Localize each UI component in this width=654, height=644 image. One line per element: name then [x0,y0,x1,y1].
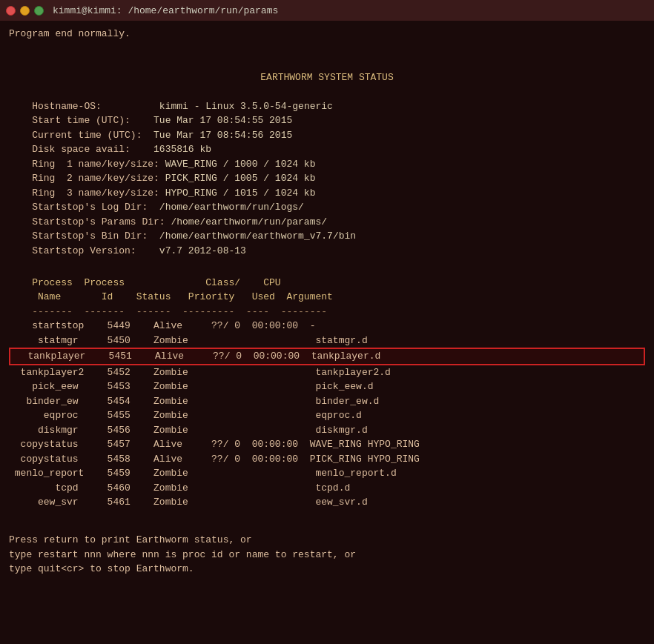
info-section: Hostname-OS: kimmi - Linux 3.5.0-54-gene… [9,99,645,259]
info-ring3: Ring 3 name/key/size: HYPO_RING / 1015 /… [9,186,645,201]
info-hostname: Hostname-OS: kimmi - Linux 3.5.0-54-gene… [9,99,645,114]
table-row: diskmgr 5456 Zombie diskmgr.d [9,423,645,438]
table-row: copystatus 5458 Alive ??/ 0 00:00:00 PIC… [9,452,645,467]
footer-section: Press return to print Earthworm status, … [9,519,645,577]
table-header-1: Process Process Class/ CPU [9,276,645,291]
table-row: tankplayer2 5452 Zombie tankplayer2.d [9,365,645,380]
info-disk-space: Disk space avail: 1635816 kb [9,142,645,157]
table-row: statmgr 5450 Zombie statmgr.d [9,333,645,348]
table-row: pick_eew 5453 Zombie pick_eew.d [9,379,645,394]
first-line: Program end normally. [9,27,645,42]
table-row: eew_svr 5461 Zombie eew_svr.d [9,495,645,510]
terminal-body: Program end normally. EARTHWORM SYSTEM S… [0,21,654,585]
footer-line-1: Press return to print Earthworm status, … [9,533,645,548]
highlighted-row-container: tankplayer 5451 Alive ??/ 0 00:00:00 tan… [9,348,645,365]
table-row: binder_ew 5454 Zombie binder_ew.d [9,394,645,409]
info-ring1: Ring 1 name/key/size: WAVE_RING / 1000 /… [9,157,645,172]
footer-line-0 [9,519,645,534]
window-title: kimmi@kimmi: /home/earthworm/run/params [53,5,278,16]
info-log-dir: Startstop's Log Dir: /home/earthworm/run… [9,200,645,215]
table-row: copystatus 5457 Alive ??/ 0 00:00:00 WAV… [9,437,645,452]
table-row: menlo_report 5459 Zombie menlo_report.d [9,466,645,481]
footer-line-3: type quit<cr> to stop Earthworm. [9,562,645,577]
info-current-time: Current time (UTC): Tue Mar 17 08:54:56 … [9,128,645,143]
info-start-time: Start time (UTC): Tue Mar 17 08:54:55 20… [9,113,645,128]
info-bin-dir: Startstop's Bin Dir: /home/earthworm/ear… [9,229,645,244]
table-row-tankplayer: tankplayer 5451 Alive ??/ 0 00:00:00 tan… [9,348,645,365]
footer-line-2: type restart nnn where nnn is proc id or… [9,548,645,562]
info-ring2: Ring 2 name/key/size: PICK_RING / 1005 /… [9,171,645,186]
table-row: eqproc 5455 Zombie eqproc.d [9,408,645,423]
minimize-button[interactable] [20,6,30,16]
info-version: Startstop Version: v7.7 2012-08-13 [9,244,645,259]
close-button[interactable] [6,6,16,16]
info-params-dir: Startstop's Params Dir: /home/earthworm/… [9,215,645,230]
heading: EARTHWORM SYSTEM STATUS [9,70,645,85]
table-row: startstop 5449 Alive ??/ 0 00:00:00 - [9,319,645,333]
table-section: Process Process Class/ CPU Name Id Statu… [9,276,645,510]
title-bar: kimmi@kimmi: /home/earthworm/run/params [0,0,654,21]
table-header-3: ------- ------- ------ --------- ---- --… [9,305,645,319]
table-header-2: Name Id Status Priority Used Argument [9,290,645,305]
table-row: tcpd 5460 Zombie tcpd.d [9,481,645,496]
maximize-button[interactable] [34,6,44,16]
